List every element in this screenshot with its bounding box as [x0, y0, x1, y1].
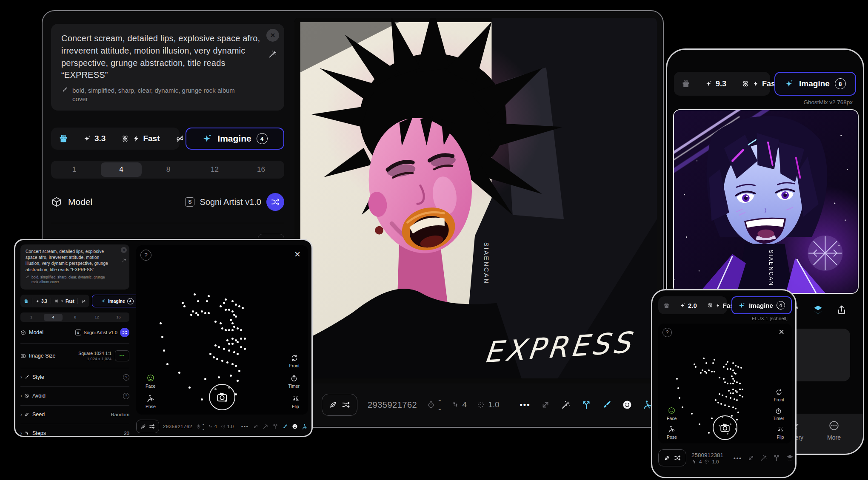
ghost-artwork[interactable]: SIAENCAN — [673, 109, 859, 294]
flux-status-bar: 2580912381 4 1.0 ••• — [658, 449, 792, 467]
speed-toggle[interactable]: Fast — [113, 128, 167, 150]
layers-button[interactable] — [812, 304, 824, 315]
layers-button[interactable] — [785, 454, 794, 463]
enhance-button[interactable] — [263, 423, 268, 429]
flip-button[interactable]: Flip — [774, 425, 787, 440]
speed-toggle[interactable]: Fast — [51, 295, 78, 307]
batch-option-12[interactable]: 12 — [191, 165, 238, 174]
model-row[interactable]: Model S Sogni Artist v1.0 — [51, 192, 284, 212]
style-row[interactable]: › Style ? — [20, 371, 129, 383]
flip-button[interactable]: Flip — [289, 394, 302, 409]
batch-count-badge: 4 — [257, 133, 268, 144]
batch-option-1[interactable]: 1 — [51, 165, 97, 174]
gift-button[interactable] — [674, 72, 698, 96]
footsteps-icon — [691, 459, 697, 464]
paint-button[interactable] — [602, 400, 612, 410]
capture-button[interactable] — [209, 384, 235, 410]
batch-option-1[interactable]: 1 — [20, 315, 42, 319]
seed-pill[interactable] — [136, 420, 159, 433]
pose-editor-canvas[interactable]: ? × Face Pose Front Timer Flip — [136, 245, 308, 415]
ghost-generation-toolbar: 9.3 Fast Imagine 8 — [674, 72, 856, 96]
share-button[interactable] — [837, 305, 847, 315]
model-shuffle-button[interactable] — [120, 328, 129, 337]
more-actions-button[interactable]: ••• — [734, 455, 742, 461]
generation-toolbar: 3.3 Fast Imagine 4 — [51, 128, 284, 150]
front-camera-button[interactable]: Front — [771, 388, 787, 403]
avoid-row[interactable]: › Avoid ? — [20, 390, 129, 402]
batch-option-8[interactable]: 8 — [145, 165, 191, 174]
imagine-button[interactable]: Imagine 8 — [774, 72, 856, 96]
imagine-button[interactable]: Imagine 4 — [731, 296, 792, 314]
timer-button[interactable]: Timer — [771, 407, 787, 421]
batch-option-12[interactable]: 12 — [86, 315, 108, 319]
model-row[interactable]: Model S Sogni Artist v1.0 — [20, 327, 129, 338]
artwork-preview[interactable]: SIAENCAN EXPRESS — [294, 18, 657, 383]
expand-button[interactable] — [747, 454, 755, 462]
expand-button[interactable] — [253, 423, 259, 429]
steps-row[interactable]: › Steps 20 — [20, 427, 129, 437]
batch-option-8[interactable]: 8 — [64, 315, 86, 319]
help-icon[interactable]: ? — [123, 374, 129, 381]
help-icon[interactable]: ? — [140, 250, 151, 261]
credits-display[interactable]: 9.3 — [698, 72, 734, 96]
signature-button[interactable] — [312, 423, 313, 430]
capture-button[interactable] — [713, 415, 737, 440]
batch-option-16[interactable]: 16 — [238, 165, 284, 174]
help-icon[interactable]: ? — [662, 328, 672, 337]
prompt-input[interactable]: Concert scream, detailed lips, explosive… — [26, 249, 115, 273]
infinity-slash-icon — [81, 299, 86, 304]
more-actions-button[interactable]: ••• — [520, 400, 531, 409]
paint-button[interactable] — [282, 423, 288, 429]
close-icon[interactable]: × — [292, 249, 303, 260]
face-mode-button[interactable]: Face — [664, 406, 679, 421]
enhance-wand-icon[interactable] — [122, 256, 126, 264]
image-size-row[interactable]: Image Size Square 1024 1:1 1,024 x 1,024… — [20, 347, 129, 364]
expand-icon — [253, 423, 259, 429]
image-size-options-button[interactable]: ••• — [115, 350, 129, 361]
seed-pill[interactable] — [658, 449, 686, 466]
enhance-button[interactable] — [760, 454, 768, 462]
prompt-input[interactable]: Concert scream, detailed lips, explosive… — [61, 32, 261, 81]
seed-row[interactable]: › Seed Random — [20, 409, 129, 420]
gift-button[interactable] — [658, 296, 675, 314]
close-icon[interactable]: × — [776, 327, 787, 337]
credits-display[interactable]: 3.3 — [32, 295, 51, 307]
gift-button[interactable] — [20, 295, 32, 307]
gift-button[interactable] — [51, 128, 76, 150]
more-circle-icon — [828, 420, 839, 431]
pose-editor-canvas[interactable]: ? × Face Pose Front Timer Flip — [658, 324, 792, 443]
imagine-button[interactable]: Imagine 4 — [92, 295, 142, 307]
close-icon[interactable]: × — [121, 247, 127, 253]
credits-display[interactable]: 3.3 — [76, 128, 113, 150]
imagine-button[interactable]: Imagine 4 — [186, 128, 284, 150]
pose-mode-button[interactable]: Pose — [143, 394, 158, 409]
pose-mode-button[interactable]: Pose — [664, 425, 680, 440]
timer-button[interactable]: Timer — [286, 374, 302, 389]
expand-button[interactable] — [540, 400, 551, 410]
time-meta: -- — [196, 421, 204, 432]
more-actions-button[interactable]: ••• — [241, 424, 249, 429]
close-icon[interactable]: × — [266, 29, 279, 42]
face-button[interactable] — [622, 400, 632, 410]
pose-button[interactable] — [302, 423, 308, 430]
model-shuffle-button[interactable] — [266, 193, 284, 211]
variations-button[interactable] — [581, 400, 591, 410]
divider — [20, 343, 129, 344]
face-button[interactable] — [292, 423, 298, 429]
batch-option-4[interactable]: 4 — [101, 162, 142, 177]
variations-button[interactable] — [272, 423, 278, 429]
batch-option-4[interactable]: 4 — [44, 314, 63, 321]
variations-button[interactable] — [773, 454, 780, 462]
enhance-button[interactable] — [561, 400, 571, 410]
batch-option-16[interactable]: 16 — [108, 315, 129, 319]
unlimited-toggle[interactable] — [78, 295, 89, 307]
help-icon[interactable]: ? — [123, 393, 129, 399]
enhance-wand-icon[interactable] — [268, 49, 277, 59]
phone-flux: 2.0 Fast Imagine 4 FLUX.1 [schnell] ? × — [651, 289, 797, 478]
credits-display[interactable]: 2.0 — [675, 296, 702, 314]
tab-more[interactable]: More — [825, 420, 843, 454]
wand-icon — [263, 423, 268, 429]
front-camera-button[interactable]: Front — [286, 354, 302, 369]
seed-pill[interactable] — [322, 394, 357, 416]
face-mode-button[interactable]: Face — [143, 373, 158, 389]
